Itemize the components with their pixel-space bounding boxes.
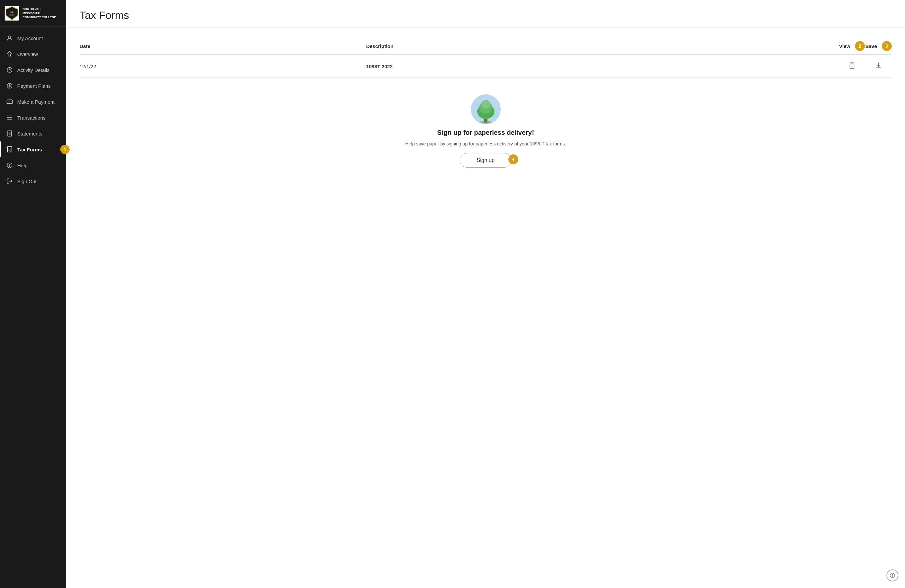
person-icon <box>6 35 13 42</box>
tree-svg <box>474 98 497 124</box>
svg-rect-11 <box>8 131 12 136</box>
file-text-icon <box>6 130 13 137</box>
signup-button[interactable]: Sign up <box>460 153 511 168</box>
main-content: Tax Forms Date Description View 2 <box>66 0 905 588</box>
save-badge: 3 <box>882 41 892 51</box>
tree-illustration <box>471 94 501 124</box>
sidebar-item-tax-forms[interactable]: Tax Forms 1 <box>0 141 66 157</box>
row-date: 12/1/22 <box>79 55 366 78</box>
sidebar-item-label: Make a Payment <box>17 99 55 105</box>
sidebar-item-label: Statements <box>17 131 43 136</box>
sidebar-item-help[interactable]: Help <box>0 157 66 173</box>
sidebar-item-label: Transactions <box>17 115 45 120</box>
svg-point-27 <box>480 121 492 124</box>
svg-point-30 <box>481 100 491 109</box>
table-row: 12/1/22 1098T 2022 <box>79 55 892 78</box>
help-circle-icon <box>6 162 13 169</box>
bottom-help-button[interactable] <box>886 569 899 582</box>
save-document-button[interactable] <box>873 60 883 72</box>
sidebar-navigation: My Account Overview Activity Details <box>0 27 66 588</box>
col-header-description: Description <box>366 38 839 55</box>
sidebar-item-make-a-payment[interactable]: Make a Payment <box>0 94 66 109</box>
col-header-view: View 2 <box>839 38 865 55</box>
svg-point-3 <box>9 36 11 38</box>
svg-text:NMCC: NMCC <box>10 14 14 16</box>
col-header-save: Save 3 <box>865 38 892 55</box>
view-badge: 2 <box>855 41 865 51</box>
sidebar-item-label: Sign Out <box>17 179 37 184</box>
row-save-cell <box>865 55 892 78</box>
svg-point-20 <box>10 166 10 167</box>
clock-icon <box>6 66 13 73</box>
svg-rect-15 <box>7 147 12 152</box>
sidebar-item-label: Tax Forms <box>17 147 42 152</box>
svg-rect-22 <box>850 62 854 68</box>
row-view-cell <box>839 55 865 78</box>
col-header-date: Date <box>79 38 366 55</box>
list-icon <box>6 114 13 121</box>
logo-text: NORTHEASTMISSISSIPPICOMMUNITY COLLEGE <box>22 7 56 19</box>
sidebar-item-label: Overview <box>17 51 38 57</box>
home-icon <box>6 50 13 58</box>
logo-icon: NE NMCC <box>5 6 19 21</box>
logo-box: NE NMCC <box>5 6 19 21</box>
sign-out-icon <box>6 178 13 185</box>
sidebar-item-statements[interactable]: Statements <box>0 125 66 141</box>
circle-dollar-icon <box>6 82 13 89</box>
sidebar: NE NMCC NORTHEASTMISSISSIPPICOMMUNITY CO… <box>0 0 66 588</box>
sidebar-item-label: Activity Details <box>17 67 50 73</box>
page-body: Date Description View 2 Save <box>66 28 905 588</box>
paperless-title: Sign up for paperless delivery! <box>437 129 534 136</box>
tax-forms-table: Date Description View 2 Save <box>79 38 892 78</box>
sidebar-item-label: Help <box>17 163 27 168</box>
svg-marker-0 <box>6 6 18 20</box>
svg-rect-6 <box>7 100 13 104</box>
view-document-button[interactable] <box>847 60 857 72</box>
signup-button-wrapper: Sign up 4 <box>460 151 511 168</box>
sidebar-item-transactions[interactable]: Transactions <box>0 109 66 125</box>
sidebar-item-payment-plans[interactable]: Payment Plans <box>0 78 66 94</box>
paperless-section: Sign up for paperless delivery! Help sav… <box>79 94 892 168</box>
sidebar-item-activity-details[interactable]: Activity Details <box>0 62 66 78</box>
signup-badge: 4 <box>508 154 518 164</box>
file-invoice-icon <box>6 146 13 153</box>
sidebar-item-label: My Account <box>17 35 43 41</box>
sidebar-logo: NE NMCC NORTHEASTMISSISSIPPICOMMUNITY CO… <box>0 0 66 27</box>
sidebar-item-overview[interactable]: Overview <box>0 46 66 62</box>
credit-card-icon <box>6 98 13 105</box>
sidebar-item-my-account[interactable]: My Account <box>0 30 66 46</box>
page-title: Tax Forms <box>79 9 892 22</box>
sidebar-item-label: Payment Plans <box>17 83 51 89</box>
paperless-description: Help save paper by signing up for paperl… <box>405 141 566 146</box>
svg-text:NE: NE <box>10 11 14 13</box>
row-description: 1098T 2022 <box>366 55 839 78</box>
sidebar-item-sign-out[interactable]: Sign Out <box>0 173 66 189</box>
tax-forms-badge: 1 <box>60 145 70 154</box>
svg-point-32 <box>892 576 893 577</box>
page-header: Tax Forms <box>66 0 905 28</box>
